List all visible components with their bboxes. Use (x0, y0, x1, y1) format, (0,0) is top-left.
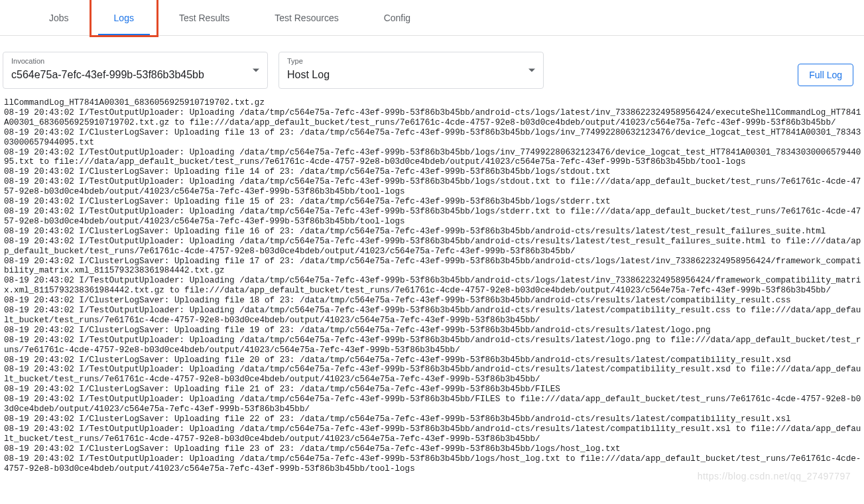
full-log-button[interactable]: Full Log (798, 64, 853, 86)
tab-config[interactable]: Config (361, 0, 433, 35)
tab-label: Logs (114, 13, 134, 23)
tab-bar: Jobs Logs Test Results Test Resources Co… (0, 0, 864, 36)
tab-label: Config (384, 13, 410, 23)
tab-label: Test Resources (275, 13, 338, 23)
invocation-value: c564e75a-7efc-43ef-999b-53f86b3b45bb (11, 66, 259, 83)
tab-label: Jobs (49, 13, 69, 23)
log-viewport[interactable]: llCommandLog_HT7841A00301_68360569259107… (0, 97, 864, 495)
type-label: Type (287, 56, 535, 66)
tab-test-results[interactable]: Test Results (156, 0, 252, 35)
chevron-down-icon (528, 69, 535, 72)
invocation-select[interactable]: Invocation c564e75a-7efc-43ef-999b-53f86… (3, 52, 268, 89)
type-value: Host Log (287, 66, 535, 83)
tab-logs[interactable]: Logs (92, 0, 156, 35)
tab-label: Test Results (179, 13, 229, 23)
log-text: llCommandLog_HT7841A00301_68360569259107… (0, 97, 864, 473)
controls-row: Invocation c564e75a-7efc-43ef-999b-53f86… (0, 36, 864, 97)
chevron-down-icon (253, 69, 259, 72)
invocation-label: Invocation (11, 56, 259, 66)
tab-jobs[interactable]: Jobs (27, 0, 92, 35)
type-select[interactable]: Type Host Log (278, 52, 544, 89)
tab-test-resources[interactable]: Test Resources (252, 0, 361, 35)
